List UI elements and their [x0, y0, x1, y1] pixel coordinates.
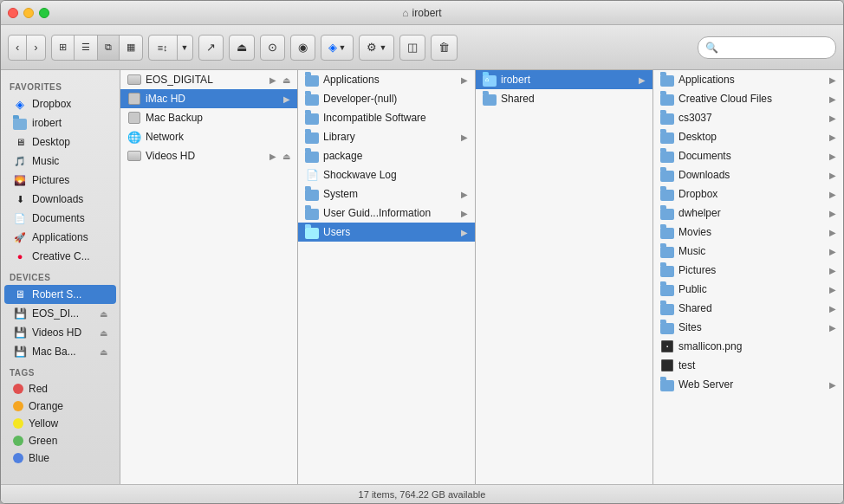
sidebar-item-irobert[interactable]: irobert	[4, 113, 116, 132]
dropbox-button[interactable]: ◈ ▼	[321, 35, 354, 61]
sidebar-item-tag-red[interactable]: Red	[4, 380, 116, 397]
pane-item-documents[interactable]: Documents ▶	[653, 146, 843, 165]
sidebar-item-tag-orange[interactable]: Orange	[4, 397, 116, 415]
sidebar-item-documents[interactable]: 📄 Documents	[4, 209, 116, 228]
pane-item-network[interactable]: 🌐 Network	[120, 127, 297, 146]
pane-item-desktop[interactable]: Desktop ▶	[653, 127, 843, 146]
sidebar-item-pictures[interactable]: 🌄 Pictures	[4, 171, 116, 190]
sidebar-toggle-button[interactable]: ◫	[399, 35, 425, 61]
arrange-dropdown[interactable]: ▼	[178, 36, 192, 60]
arrow-icon: ▶	[829, 75, 836, 85]
close-button[interactable]	[8, 8, 18, 18]
sidebar-label: Blue	[29, 452, 49, 464]
pane-item-videos-hd[interactable]: Videos HD ▶ ⏏	[120, 146, 297, 165]
pane-item-public[interactable]: Public ▶	[653, 280, 843, 299]
pane-item-dropbox[interactable]: Dropbox ▶	[653, 184, 843, 204]
folder-icon	[305, 225, 319, 239]
list-view-button[interactable]: ☰	[75, 36, 98, 60]
pane-item-applications[interactable]: Applications ▶	[298, 70, 475, 89]
pane-item-pictures[interactable]: Pictures ▶	[653, 261, 843, 280]
pane-item-test[interactable]: test	[653, 356, 843, 375]
minimize-button[interactable]	[23, 8, 34, 18]
main-area: FAVORITES ◈ Dropbox irobert 🖥 Desktop 🎵 …	[1, 70, 843, 484]
pane-item-eos-digital[interactable]: EOS_DIGITAL ▶ ⏏	[120, 70, 297, 89]
quick-look-button[interactable]: ◉	[290, 35, 315, 61]
drive-icon: 💾	[13, 307, 27, 320]
pane-item-shockwave-log[interactable]: 📄 Shockwave Log	[298, 165, 475, 184]
pane-item-label: Downloads	[678, 169, 730, 181]
settings-button[interactable]: ⚙ ▼	[359, 35, 394, 61]
downloads-icon: ⬇	[13, 192, 27, 206]
sidebar-item-tag-blue[interactable]: Blue	[4, 449, 116, 467]
home-icon: ⌂	[402, 7, 408, 19]
column-view-button[interactable]: ⧉	[98, 36, 120, 60]
pane-item-label: Dropbox	[678, 188, 717, 200]
sidebar-item-downloads[interactable]: ⬇ Downloads	[4, 190, 116, 209]
pane-item-cs3037[interactable]: cs3037 ▶	[653, 108, 843, 127]
pane-item-web-server[interactable]: Web Server ▶	[653, 375, 843, 394]
pane-item-library[interactable]: Library ▶	[298, 127, 475, 146]
coverflow-view-button[interactable]: ▦	[120, 36, 142, 60]
pane-item-applications2[interactable]: Applications ▶	[653, 70, 843, 89]
sidebar-item-tag-green[interactable]: Green	[4, 432, 116, 449]
red-tag-dot	[13, 384, 23, 394]
action-button[interactable]: ↗	[198, 35, 224, 61]
arrow-icon: ▶	[461, 209, 468, 218]
arrow-icon: ▶	[829, 94, 836, 104]
forward-button[interactable]: ›	[27, 36, 44, 60]
sidebar-item-tag-yellow[interactable]: Yellow	[4, 415, 116, 432]
pane-item-shared2[interactable]: Shared ▶	[653, 299, 843, 318]
search-input[interactable]	[722, 42, 828, 54]
pane-irobert-contents: Applications ▶ Creative Cloud Files ▶ cs…	[653, 70, 843, 484]
arrow-icon: ▶	[461, 228, 468, 237]
pane-item-dwhelper[interactable]: dwhelper ▶	[653, 204, 843, 223]
pane-item-sites[interactable]: Sites ▶	[653, 318, 843, 337]
eject-icon[interactable]: ⏏	[100, 309, 107, 319]
pane-item-creative-cloud-files[interactable]: Creative Cloud Files ▶	[653, 89, 843, 108]
sidebar-label: irobert	[32, 117, 62, 129]
search-field[interactable]: 🔍	[698, 36, 836, 59]
trash-button[interactable]: 🗑	[431, 35, 458, 61]
pane-item-downloads[interactable]: Downloads ▶	[653, 165, 843, 184]
pane-item-music[interactable]: Music ▶	[653, 242, 843, 261]
pane-item-shared[interactable]: Shared	[476, 89, 652, 108]
eject-button[interactable]: ⏏	[229, 35, 255, 61]
sidebar-item-creative-cloud[interactable]: ● Creative C...	[4, 247, 116, 266]
pane-item-smallicon-png[interactable]: ▪ smallicon.png	[653, 337, 843, 356]
sidebar-item-eos-digital[interactable]: 💾 EOS_DI... ⏏	[4, 304, 116, 323]
doc-icon: 📄	[305, 168, 319, 182]
pane-item-label: EOS_DIGITAL	[146, 74, 213, 86]
folder-icon	[660, 225, 674, 239]
burn-button[interactable]: ⊙	[260, 35, 285, 61]
folder-icon	[660, 301, 674, 315]
pane-item-users[interactable]: Users ▶	[298, 223, 475, 242]
folder-icon	[305, 111, 319, 125]
arrange-button[interactable]: ≡↕	[149, 36, 178, 60]
pane-item-irobert[interactable]: ⌂ irobert ▶	[476, 70, 652, 89]
sidebar-item-videos-hd[interactable]: 💾 Videos HD ⏏	[4, 323, 116, 342]
pane-item-movies[interactable]: Movies ▶	[653, 223, 843, 242]
pane-item-imac-hd[interactable]: iMac HD ▶	[120, 89, 297, 108]
eject-icon[interactable]: ⏏	[100, 328, 107, 338]
sidebar-label: Music	[32, 155, 59, 167]
eject-icon[interactable]: ⏏	[100, 347, 107, 357]
sidebar-item-music[interactable]: 🎵 Music	[4, 152, 116, 171]
pane-item-system[interactable]: System ▶	[298, 184, 475, 204]
pane-item-label: smallicon.png	[678, 340, 742, 352]
sidebar-item-mac-backup[interactable]: 💾 Mac Ba... ⏏	[4, 342, 116, 361]
maximize-button[interactable]	[39, 8, 49, 18]
folder-icon	[660, 111, 674, 125]
arrow-icon: ▶	[269, 152, 276, 161]
back-button[interactable]: ‹	[9, 36, 27, 60]
pane-item-mac-backup[interactable]: Mac Backup	[120, 108, 297, 127]
pane-item-package[interactable]: package	[298, 146, 475, 165]
sidebar-item-applications[interactable]: 🚀 Applications	[4, 228, 116, 247]
sidebar-item-dropbox[interactable]: ◈ Dropbox	[4, 94, 116, 113]
sidebar-item-desktop[interactable]: 🖥 Desktop	[4, 132, 116, 152]
folder-icon	[660, 244, 674, 258]
icon-view-button[interactable]: ⊞	[52, 36, 75, 60]
pane-item-developer-null[interactable]: Developer-(null)	[298, 89, 475, 108]
pane-item-user-guide[interactable]: User Guid...Information ▶	[298, 204, 475, 223]
sidebar-item-robert-s[interactable]: 🖥 Robert S...	[4, 285, 116, 304]
pane-item-incompatible-software[interactable]: Incompatible Software	[298, 108, 475, 127]
